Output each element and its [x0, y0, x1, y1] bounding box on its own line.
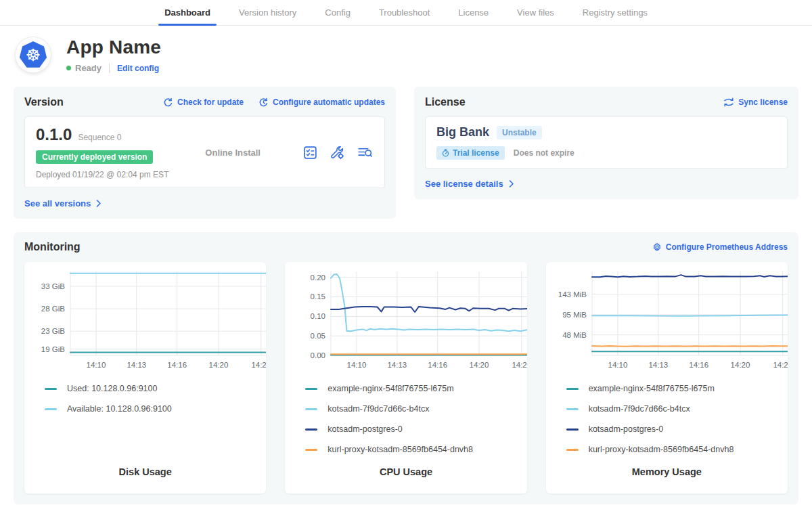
- sync-license-link[interactable]: Sync license: [723, 97, 788, 107]
- tab-dashboard[interactable]: Dashboard: [150, 0, 225, 25]
- legend-label: Available: 10.128.0.96:9100: [67, 404, 172, 414]
- top-nav: Dashboard Version history Config Trouble…: [0, 0, 812, 26]
- legend-label: kotsadm-postgres-0: [589, 424, 663, 434]
- svg-text:33 GiB: 33 GiB: [41, 282, 65, 290]
- tab-license[interactable]: License: [444, 0, 503, 25]
- svg-text:0.15: 0.15: [311, 292, 325, 301]
- legend-item: kurl-proxy-kotsadm-8569fb6454-dnvh8: [566, 445, 767, 454]
- monitoring-title: Monitoring: [24, 241, 81, 253]
- svg-text:0.05: 0.05: [311, 332, 325, 340]
- legend-item: example-nginx-54f8f76755-l675m: [566, 384, 767, 393]
- svg-text:0.00: 0.00: [311, 351, 325, 359]
- refresh-icon: [163, 97, 173, 108]
- legend-item: kurl-proxy-kotsadm-8569fb6454-dnvh8: [305, 445, 506, 454]
- trial-license-badge: Trial license: [436, 146, 505, 160]
- memory-usage-legend: example-nginx-54f8f76755-l675mkotsadm-7f…: [546, 373, 788, 465]
- legend-label: example-nginx-54f8f76755-l675m: [589, 384, 715, 393]
- configure-prometheus-link[interactable]: Configure Prometheus Address: [652, 242, 788, 252]
- app-logo: ☸: [15, 37, 51, 73]
- trial-license-label: Trial license: [453, 148, 499, 158]
- tab-view-files[interactable]: View files: [503, 0, 568, 25]
- disk-usage-chart: 14:1014:1314:1614:2014:2333 GiB28 GiB23 …: [24, 265, 266, 373]
- legend-item: kotsadm-7f9dc7d66c-b4tcx: [566, 404, 767, 414]
- preflight-checks-icon[interactable]: [302, 145, 318, 160]
- version-number: 0.1.0: [36, 125, 72, 144]
- cpu-usage-chart: 14:1014:1314:1614:2014:230.200.150.100.0…: [285, 265, 526, 373]
- svg-text:14:23: 14:23: [773, 361, 788, 369]
- svg-text:95 MiB: 95 MiB: [562, 311, 587, 319]
- check-for-update-label: Check for update: [177, 97, 244, 107]
- svg-text:14:13: 14:13: [127, 361, 146, 369]
- svg-text:28 GiB: 28 GiB: [41, 305, 65, 313]
- see-license-details-link[interactable]: See license details: [425, 179, 514, 189]
- legend-swatch-icon: [566, 429, 579, 431]
- sync-icon: [723, 97, 734, 107]
- tab-troubleshoot[interactable]: Troubleshoot: [365, 0, 444, 25]
- chart-title: Disk Usage: [24, 466, 266, 493]
- svg-text:19 GiB: 19 GiB: [41, 345, 65, 353]
- legend-label: kotsadm-7f9dc7d66c-b4tcx: [589, 404, 690, 414]
- configure-automatic-updates-label: Configure automatic updates: [273, 97, 385, 107]
- configure-prometheus-label: Configure Prometheus Address: [666, 242, 788, 252]
- license-title: License: [425, 96, 466, 108]
- svg-text:14:16: 14:16: [167, 361, 187, 369]
- edit-config-label: Edit config: [117, 64, 159, 73]
- deployed-timestamp: Deployed 01/19/22 @ 02:04 pm EST: [36, 170, 168, 179]
- deployed-badge: Currently deployed version: [36, 150, 153, 164]
- svg-text:14:10: 14:10: [347, 361, 367, 369]
- legend-item: kotsadm-postgres-0: [566, 424, 767, 434]
- svg-text:14:23: 14:23: [251, 361, 266, 369]
- license-panel: License Sync license Big Bank Unstable: [414, 87, 798, 199]
- check-for-update-link[interactable]: Check for update: [163, 97, 244, 108]
- legend-swatch-icon: [305, 429, 317, 431]
- svg-text:14:20: 14:20: [209, 361, 229, 369]
- svg-text:14:10: 14:10: [608, 361, 627, 369]
- monitoring-panel: Monitoring Configure Prometheus Address …: [14, 232, 798, 504]
- svg-text:14:10: 14:10: [87, 361, 106, 369]
- svg-text:23 GiB: 23 GiB: [41, 327, 65, 335]
- tab-config[interactable]: Config: [311, 0, 365, 25]
- tab-label: License: [458, 7, 489, 18]
- status-badge: Ready: [66, 63, 102, 73]
- kubernetes-icon: ☸: [20, 41, 47, 68]
- legend-swatch-icon: [305, 449, 317, 451]
- version-panel: Version Check for update Configure au: [14, 87, 396, 219]
- view-logs-icon[interactable]: [357, 145, 374, 160]
- see-all-versions-link[interactable]: See all versions: [24, 198, 102, 208]
- legend-swatch-icon: [45, 388, 57, 390]
- legend-label: example-nginx-54f8f76755-l675m: [328, 384, 453, 393]
- page-title: App Name: [66, 37, 161, 58]
- svg-text:0.10: 0.10: [311, 312, 325, 320]
- tab-version-history[interactable]: Version history: [225, 0, 311, 25]
- clock-refresh-icon: [258, 97, 269, 108]
- legend-item: Used: 10.128.0.96:9100: [45, 384, 246, 393]
- edit-config-link[interactable]: Edit config: [117, 64, 159, 73]
- config-wrench-icon[interactable]: [330, 145, 345, 160]
- see-license-details-label: See license details: [425, 179, 503, 189]
- license-details-card: Big Bank Unstable Trial license Does not…: [425, 116, 788, 169]
- tab-label: Dashboard: [164, 7, 210, 18]
- tab-label: Registry settings: [583, 7, 648, 18]
- tab-label: Version history: [239, 7, 296, 18]
- svg-text:14:13: 14:13: [648, 361, 668, 369]
- legend-label: kurl-proxy-kotsadm-8569fb6454-dnvh8: [328, 445, 473, 454]
- chevron-right-icon: [509, 180, 514, 188]
- tab-registry-settings[interactable]: Registry settings: [568, 0, 662, 25]
- chevron-right-icon: [96, 200, 102, 207]
- current-version-card: 0.1.0 Sequence 0 Currently deployed vers…: [24, 116, 385, 188]
- channel-badge: Unstable: [497, 126, 542, 139]
- tab-label: Config: [325, 7, 351, 18]
- legend-swatch-icon: [305, 388, 317, 390]
- memory-usage-chart-card: 14:1014:1314:1614:2014:23143 MiB95 MiB48…: [546, 262, 788, 493]
- svg-text:14:16: 14:16: [428, 361, 448, 369]
- cpu-usage-legend: example-nginx-54f8f76755-l675mkotsadm-7f…: [285, 373, 526, 465]
- svg-text:14:13: 14:13: [388, 361, 407, 369]
- status-dot-icon: [66, 66, 71, 70]
- sequence-label: Sequence 0: [78, 133, 121, 142]
- see-all-versions-label: See all versions: [24, 198, 91, 208]
- configure-automatic-updates-link[interactable]: Configure automatic updates: [258, 97, 385, 108]
- cpu-usage-chart-card: 14:1014:1314:1614:2014:230.200.150.100.0…: [285, 262, 526, 493]
- customer-name: Big Bank: [436, 125, 489, 139]
- legend-swatch-icon: [566, 388, 579, 390]
- legend-label: kotsadm-postgres-0: [328, 424, 402, 434]
